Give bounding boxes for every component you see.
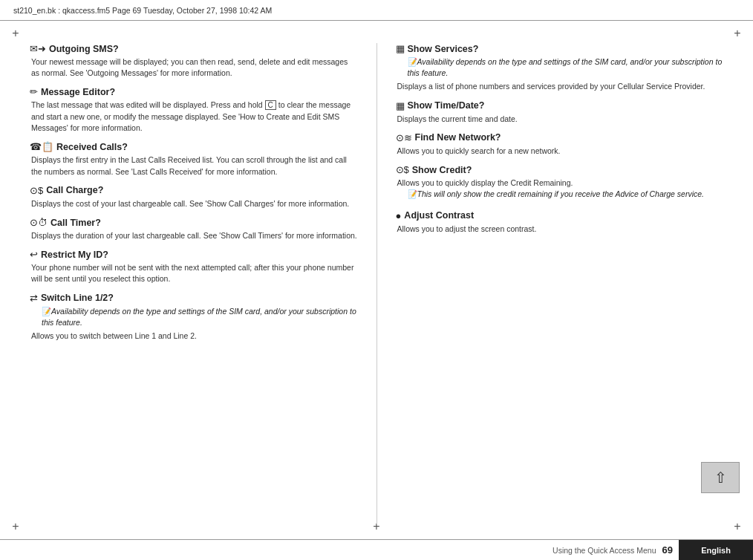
section-title-received-calls: ☎📋 Received Calls? (30, 141, 358, 152)
outgoing-sms-icon: ✉➜ (30, 43, 46, 54)
left-column: ✉➜ Outgoing SMS? Your newest message wil… (30, 43, 358, 524)
section-show-credit: ⊙$ Show Credit? Allows you to quickly di… (396, 164, 724, 202)
show-services-note: 📝Availability depends on the type and se… (396, 56, 724, 79)
corner-mark-tr: + (729, 25, 746, 42)
show-services-label: Show Services? (408, 44, 479, 54)
restrict-my-id-label: Restrict My ID? (41, 250, 108, 260)
received-calls-body: Displays the first entry in the Last Cal… (30, 154, 358, 177)
show-credit-note-icon: 📝 (408, 189, 417, 198)
switch-line-body: Allows you to switch between Line 1 and … (30, 331, 358, 342)
received-calls-label: Received Calls? (56, 142, 128, 152)
section-show-services: ▦ Show Services? 📝Availability depends o… (396, 43, 724, 93)
find-new-network-label: Find New Network? (415, 132, 501, 143)
section-outgoing-sms: ✉➜ Outgoing SMS? Your newest message wil… (30, 43, 358, 79)
show-time-date-icon: ▦ (396, 100, 405, 111)
switch-line-note-icon: 📝 (42, 307, 51, 316)
find-new-network-body: Allows you to quickly search for a new n… (396, 146, 724, 157)
show-credit-note: 📝This will only show the credit remainin… (396, 189, 724, 200)
message-editor-icon: ✏ (30, 86, 38, 97)
footer-page-num: 69 (662, 544, 673, 556)
section-title-call-charge: ⊙$ Call Charge? (30, 185, 358, 196)
call-timer-body: Displays the duration of your last charg… (30, 230, 358, 241)
footer-page-label: Using the Quick Access Menu (552, 546, 656, 555)
section-call-charge: ⊙$ Call Charge? Displays the cost of you… (30, 185, 358, 209)
footer-language-text: English (701, 546, 731, 555)
switch-line-label: Switch Line 1/2? (41, 293, 114, 303)
message-editor-label: Message Editor? (41, 87, 115, 97)
section-title-show-time-date: ▦ Show Time/Date? (396, 100, 724, 111)
column-divider (376, 43, 377, 524)
switch-line-icon: ⇄ (30, 293, 38, 304)
show-time-date-body: Displays the current time and date. (396, 114, 724, 125)
section-title-show-services: ▦ Show Services? (396, 43, 724, 54)
adjust-contrast-label: Adjust Contrast (404, 210, 474, 221)
section-switch-line: ⇄ Switch Line 1/2? 📝Availability depends… (30, 293, 358, 342)
call-charge-icon: ⊙$ (30, 185, 43, 196)
call-timer-icon: ⊙⏱ (30, 217, 48, 228)
outgoing-sms-body: Your newest message will be displayed; y… (30, 56, 358, 79)
call-charge-body: Displays the cost of your last chargeabl… (30, 198, 358, 209)
outgoing-sms-label: Outgoing SMS? (49, 44, 119, 54)
main-content: ✉➜ Outgoing SMS? Your newest message wil… (22, 21, 731, 539)
switch-line-note: 📝Availability depends on the type and se… (30, 306, 358, 328)
section-title-show-credit: ⊙$ Show Credit? (396, 164, 724, 175)
section-title-outgoing-sms: ✉➜ Outgoing SMS? (30, 43, 358, 54)
show-services-icon: ▦ (396, 43, 405, 54)
right-column: ▦ Show Services? 📝Availability depends o… (396, 43, 724, 524)
restrict-my-id-body: Your phone number will not be sent with … (30, 262, 358, 284)
section-title-adjust-contrast: ● Adjust Contrast (396, 210, 724, 221)
call-charge-label: Call Charge? (46, 185, 103, 195)
adjust-contrast-body: Allows you to adjust the screen contrast… (396, 224, 724, 235)
section-received-calls: ☎📋 Received Calls? Displays the first en… (30, 141, 358, 177)
section-message-editor: ✏ Message Editor? The last message that … (30, 86, 358, 134)
footer-language-box: English (679, 540, 753, 561)
section-show-time-date: ▦ Show Time/Date? Displays the current t… (396, 100, 724, 125)
section-title-find-new-network: ⊙≋ Find New Network? (396, 132, 724, 143)
show-time-date-label: Show Time/Date? (408, 100, 485, 111)
show-credit-label: Show Credit? (412, 165, 472, 175)
adjust-contrast-icon: ● (396, 210, 402, 221)
section-title-restrict-my-id: ↩ Restrict My ID? (30, 249, 358, 260)
section-adjust-contrast: ● Adjust Contrast Allows you to adjust t… (396, 210, 724, 235)
restrict-my-id-icon: ↩ (30, 249, 38, 260)
section-title-call-timer: ⊙⏱ Call Timer? (30, 217, 358, 228)
show-services-note-icon: 📝 (408, 57, 417, 66)
section-title-switch-line: ⇄ Switch Line 1/2? (30, 293, 358, 304)
received-calls-icon: ☎📋 (30, 141, 53, 152)
call-timer-label: Call Timer? (50, 218, 101, 228)
message-editor-body: The last message that was edited will be… (30, 100, 358, 134)
show-credit-icon: ⊙$ (396, 164, 409, 175)
corner-mark-tl: + (7, 25, 24, 42)
header-bar: st210_en.bk : qkaccess.fm5 Page 69 Tuesd… (0, 0, 753, 21)
section-find-new-network: ⊙≋ Find New Network? Allows you to quick… (396, 132, 724, 157)
corner-mark-bl: + (7, 518, 24, 535)
section-restrict-my-id: ↩ Restrict My ID? Your phone number will… (30, 249, 358, 284)
show-credit-body: Allows you to quickly display the Credit… (396, 178, 724, 189)
header-text: st210_en.bk : qkaccess.fm5 Page 69 Tuesd… (13, 6, 272, 15)
section-call-timer: ⊙⏱ Call Timer? Displays the duration of … (30, 217, 358, 241)
find-new-network-icon: ⊙≋ (396, 132, 412, 143)
section-title-message-editor: ✏ Message Editor? (30, 86, 358, 97)
footer-bar: Using the Quick Access Menu 69 English (0, 539, 753, 560)
show-services-body: Displays a list of phone numbers and ser… (396, 81, 724, 92)
corner-mark-br: + (729, 518, 746, 535)
